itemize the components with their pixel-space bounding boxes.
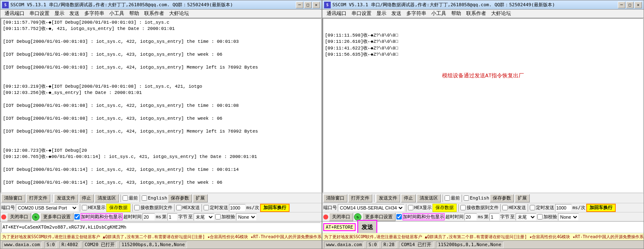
right-timestamp-checkbox[interactable] bbox=[396, 214, 402, 219]
left-menu-contact[interactable]: 联系作者 bbox=[142, 10, 167, 18]
right-at-restore-box[interactable]: AT+RESTORE bbox=[323, 223, 356, 231]
right-timeout-input[interactable]: 20 bbox=[465, 213, 477, 221]
left-menu-send[interactable]: 发送 bbox=[67, 10, 82, 18]
right-checksum-select[interactable]: None bbox=[558, 213, 579, 221]
right-open-file-button[interactable]: 打开文件 bbox=[348, 194, 372, 202]
right-toolbar1: 清除窗口 打开文件 发送文件 停止 清发送区 最前 English 保存参数 扩… bbox=[322, 193, 644, 203]
right-hex-send-checkbox[interactable] bbox=[502, 205, 508, 210]
right-recv-file-checkbox[interactable] bbox=[460, 205, 466, 210]
left-end-select[interactable]: 末尾 bbox=[194, 213, 214, 221]
left-sep6 bbox=[174, 204, 175, 212]
right-byte-label: 字节 bbox=[500, 214, 509, 220]
right-sep1 bbox=[374, 195, 374, 202]
right-add-newline-button[interactable]: 加回车换行 bbox=[586, 204, 616, 212]
right-end-select[interactable]: 末尾 bbox=[516, 213, 536, 221]
right-menu-tools[interactable]: 小工具 bbox=[429, 10, 449, 18]
right-clear-button[interactable]: 清除窗口 bbox=[323, 194, 347, 202]
left-interval-input[interactable]: 1000 bbox=[229, 204, 246, 212]
right-port-label: 端口号 bbox=[323, 205, 337, 211]
left-hex-send-checkbox[interactable] bbox=[176, 205, 182, 210]
left-menu-tools[interactable]: 小工具 bbox=[107, 10, 127, 18]
left-menu-forum[interactable]: 大虾论坛 bbox=[167, 10, 192, 18]
right-status-r: R:28 bbox=[381, 242, 397, 248]
right-menu-forum[interactable]: 大虾论坛 bbox=[489, 10, 514, 18]
left-recv-file-checkbox[interactable] bbox=[134, 205, 140, 210]
left-checksum-select[interactable]: None bbox=[236, 213, 257, 221]
left-close-port-button[interactable]: 关闭串口 bbox=[7, 213, 31, 221]
right-expand-button[interactable]: 扩展 bbox=[515, 194, 530, 202]
right-clear-send-button[interactable]: 清发送区 bbox=[417, 194, 441, 202]
left-sep4 bbox=[80, 204, 80, 212]
left-port-indicator bbox=[1, 214, 6, 219]
right-send-row: AT+RESTORE 发送 bbox=[322, 221, 644, 233]
right-timed-send-checkbox[interactable] bbox=[530, 205, 535, 210]
left-sep2 bbox=[120, 195, 121, 202]
left-refresh-button[interactable]: ↻ bbox=[32, 213, 39, 221]
right-checksum-checkbox[interactable] bbox=[537, 214, 543, 219]
right-menu-comm[interactable]: 通讯端口 bbox=[324, 10, 349, 18]
left-send-input[interactable]: AT+KEY=uCaSemXTOm2vo887,xRG73V,kLiDsbCgK… bbox=[1, 222, 321, 232]
left-open-file-button[interactable]: 打开文件 bbox=[26, 194, 50, 202]
left-hex-show-label: HEX显示 bbox=[88, 205, 106, 211]
right-menu-display[interactable]: 显示 bbox=[374, 10, 389, 18]
right-port-select[interactable]: COM14 USB-SERIAL CH340 bbox=[338, 204, 404, 212]
right-output-area: [09:11:11.598]收←◆Z?\0\0\0□ [09:11:26.610… bbox=[322, 18, 644, 193]
right-page-input[interactable]: 1 bbox=[489, 213, 499, 221]
right-last-checkbox[interactable] bbox=[445, 195, 450, 201]
left-expand-button[interactable]: 扩展 bbox=[193, 194, 208, 202]
right-sep7 bbox=[528, 204, 528, 212]
right-maximize-button[interactable]: □ bbox=[626, 2, 634, 8]
left-timestamp-checkbox[interactable] bbox=[74, 214, 80, 219]
left-hex-show-checkbox[interactable] bbox=[82, 205, 87, 210]
left-maximize-button[interactable]: □ bbox=[304, 2, 312, 8]
right-english-checkbox[interactable] bbox=[464, 195, 469, 201]
left-send-file-button[interactable]: 发送文件 bbox=[54, 194, 78, 202]
right-menu-contact[interactable]: 联系作者 bbox=[464, 10, 489, 18]
left-sep1 bbox=[52, 195, 52, 202]
left-more-settings-button[interactable]: 更多串口设置 bbox=[40, 213, 74, 221]
right-menu-multistr[interactable]: 多字符串 bbox=[404, 10, 429, 18]
right-minimize-button[interactable]: ─ bbox=[618, 2, 625, 8]
right-close-port-button[interactable]: 关闭串口 bbox=[329, 213, 353, 221]
left-timeout-input[interactable]: 20 bbox=[143, 213, 155, 221]
left-save-data-button[interactable]: 保存数据 bbox=[106, 204, 130, 212]
right-window-controls: ─ □ ✕ bbox=[618, 2, 642, 8]
left-minimize-button[interactable]: ─ bbox=[296, 2, 303, 8]
left-status-www: www.daxia.com bbox=[2, 242, 42, 248]
left-menu-help[interactable]: 帮助 bbox=[127, 10, 142, 18]
right-save-data-button[interactable]: 保存数据 bbox=[433, 204, 457, 212]
left-timed-send-label: 定时发送 bbox=[210, 205, 228, 211]
left-app-icon: S bbox=[2, 2, 9, 8]
left-english-checkbox[interactable] bbox=[142, 195, 147, 201]
left-menu-bar: 通讯端口 串口设置 显示 发送 多字符串 小工具 帮助 联系作者 大虾论坛 bbox=[0, 10, 322, 18]
left-timed-send-checkbox[interactable] bbox=[204, 205, 209, 210]
left-port-select[interactable]: COM20 USB Serial Port bbox=[16, 204, 78, 212]
left-add-newline-button[interactable]: 加回车换行 bbox=[260, 204, 290, 212]
right-stop-button[interactable]: 停止 bbox=[401, 194, 416, 202]
left-close-button[interactable]: ✕ bbox=[312, 2, 320, 8]
left-menu-multistr[interactable]: 多字符串 bbox=[82, 10, 107, 18]
right-menu-help[interactable]: 帮助 bbox=[449, 10, 464, 18]
right-output-content: [09:11:11.598]收←◆Z?\0\0\0□ [09:11:26.610… bbox=[323, 19, 643, 192]
right-save-params-button[interactable]: 保存参数 bbox=[490, 194, 514, 202]
right-hex-show-checkbox[interactable] bbox=[408, 205, 413, 210]
right-menu-send[interactable]: 发送 bbox=[389, 10, 404, 18]
right-close-button[interactable]: ✕ bbox=[634, 2, 642, 8]
right-page-label: 第 bbox=[484, 214, 489, 220]
left-save-params-button[interactable]: 保存参数 bbox=[168, 194, 192, 202]
left-menu-comm[interactable]: 通讯端口 bbox=[2, 10, 27, 18]
left-checksum-checkbox[interactable] bbox=[215, 214, 221, 219]
left-last-checkbox[interactable] bbox=[123, 195, 128, 201]
right-send-file-button[interactable]: 发送文件 bbox=[376, 194, 400, 202]
right-sep3 bbox=[462, 195, 462, 202]
left-menu-display[interactable]: 显示 bbox=[52, 10, 67, 18]
left-config2: 关闭串口 ↻ 更多串口设置 加时间戳和分包显示 超时时间 20 ms 第 1 字… bbox=[0, 212, 322, 221]
left-clear-send-button[interactable]: 清发送区 bbox=[95, 194, 119, 202]
left-last-label: 最前 bbox=[129, 195, 138, 201]
right-menu-serial-settings[interactable]: 串口设置 bbox=[349, 10, 374, 18]
right-interval-input[interactable]: 1000 bbox=[555, 204, 572, 212]
left-page-input[interactable]: 1 bbox=[167, 213, 177, 221]
left-menu-serial-settings[interactable]: 串口设置 bbox=[27, 10, 52, 18]
left-stop-button[interactable]: 停止 bbox=[79, 194, 94, 202]
left-clear-button[interactable]: 清除窗口 bbox=[1, 194, 25, 202]
